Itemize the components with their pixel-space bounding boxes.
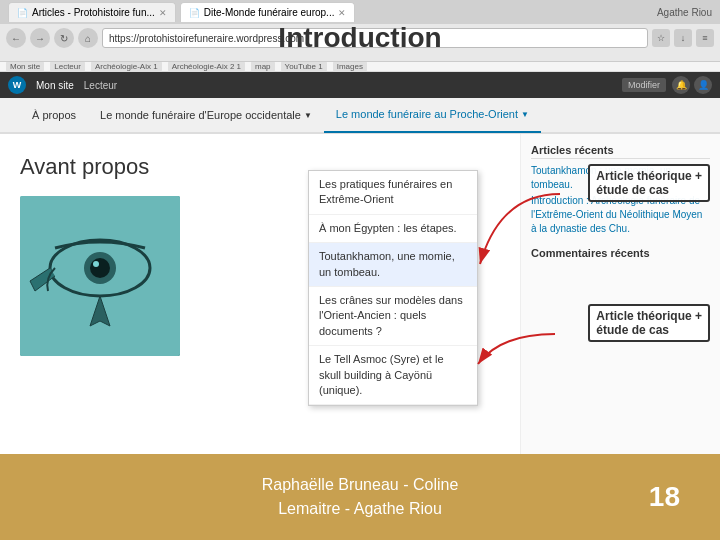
refresh-button[interactable]: ↻ [54,28,74,48]
tab-1-close[interactable]: ✕ [159,8,167,18]
wp-logo[interactable]: W [8,76,26,94]
comments-title: Commentaires récents [531,247,710,259]
tab-bar: 📄 Articles - Protohistoire fun... ✕ 📄 Di… [0,0,720,24]
dropdown-item-4[interactable]: Le Tell Asmoc (Syre) et le skull buildin… [309,346,477,405]
big-title: Introduction [278,22,441,54]
wp-lecteur[interactable]: Lecteur [84,80,117,91]
sidebar-entry-2[interactable]: Introduction : Archéologie funéraire de … [531,193,710,237]
bookmark-map[interactable]: map [251,61,275,72]
nav-proche-orient[interactable]: Le monde funéraire au Proche-Orient ▼ [324,97,541,133]
svg-point-3 [90,258,110,278]
nav-europe-arrow: ▼ [304,111,312,120]
site-nav: À propos Le monde funéraire d'Europe occ… [0,98,720,134]
dropdown-menu[interactable]: Les pratiques funéraires en Extrême-Orie… [308,170,478,406]
wp-bell-icon[interactable]: 🔔 [672,76,690,94]
wp-admin-right: Modifier 🔔 👤 [622,76,712,94]
dropdown-item-1[interactable]: À mon Égypten : les étapes. [309,215,477,243]
nav-europe-label: Le monde funéraire d'Europe occidentale [100,109,301,121]
bookmark-archeo2[interactable]: Archéologie-Aix 2 1 [168,61,245,72]
bookmark-lecteur[interactable]: Lecteur [50,61,85,72]
sidebar-title: Articles récents [531,144,710,159]
presenter-line1: Raphaëlle Bruneau - Coline [262,473,459,497]
user-label: Agathe Riou [657,7,712,18]
bookmark-mon-site[interactable]: Mon site [6,61,44,72]
sidebar-entry-1[interactable]: Toutankhamon : une momie, un tombeau. [531,163,710,193]
nav-a-propos[interactable]: À propos [20,97,88,133]
wp-admin-bar: W Mon site Lecteur Modifier 🔔 👤 [0,72,720,98]
eye-horus-image [20,196,180,356]
nav-europe[interactable]: Le monde funéraire d'Europe occidentale … [88,97,324,133]
presenter-line2: Lemaitre - Agathe Riou [262,497,459,521]
svg-point-4 [93,261,99,267]
main-content: Avant propos [0,134,720,454]
tab-2[interactable]: 📄 Dite-Monde funéraire europ... ✕ [180,2,356,22]
slide-number: 18 [649,481,680,513]
sidebar-recent-articles: Articles récents Toutankhamon : une momi… [531,144,710,237]
wp-user-icons: 🔔 👤 [672,76,712,94]
bookmark-icon[interactable]: ☆ [652,29,670,47]
full-page: 📄 Articles - Protohistoire fun... ✕ 📄 Di… [0,0,720,540]
home-button[interactable]: ⌂ [78,28,98,48]
download-icon[interactable]: ↓ [674,29,692,47]
wp-user-icon[interactable]: 👤 [694,76,712,94]
nav-proche-orient-label: Le monde funéraire au Proche-Orient [336,108,518,120]
address-text: https://protohistoirefuneraire.wordpress… [109,33,304,44]
dropdown-item-3[interactable]: Les crânes sur modèles dans l'Orient-Anc… [309,287,477,346]
bookmark-archeo1[interactable]: Archéologie-Aix 1 [91,61,162,72]
bookmark-images[interactable]: Images [333,61,367,72]
right-sidebar: Articles récents Toutankhamon : une momi… [520,134,720,454]
dropdown-item-2[interactable]: Toutankhamon, une momie, un tombeau. [309,243,477,287]
bookmark-youtube[interactable]: YouTube 1 [281,61,327,72]
presenter-names: Raphaëlle Bruneau - Coline Lemaitre - Ag… [262,473,459,521]
menu-icon[interactable]: ≡ [696,29,714,47]
back-button[interactable]: ← [6,28,26,48]
tab-1[interactable]: 📄 Articles - Protohistoire fun... ✕ [8,2,176,22]
tab-1-label: Articles - Protohistoire fun... [32,7,155,18]
nav-a-propos-label: À propos [32,109,76,121]
forward-button[interactable]: → [30,28,50,48]
bottom-bar: Raphaëlle Bruneau - Coline Lemaitre - Ag… [0,454,720,540]
dropdown-item-0[interactable]: Les pratiques funéraires en Extrême-Orie… [309,171,477,215]
browser-icons: ☆ ↓ ≡ [652,29,714,47]
wp-mon-site[interactable]: Mon site [36,80,74,91]
nav-proche-orient-arrow: ▼ [521,110,529,119]
tab-2-label: Dite-Monde funéraire europ... [204,7,335,18]
wp-edit-button[interactable]: Modifier [622,78,666,92]
tab-2-close[interactable]: ✕ [338,8,346,18]
bookmarks-bar: Mon site Lecteur Archéologie-Aix 1 Arché… [0,62,720,72]
